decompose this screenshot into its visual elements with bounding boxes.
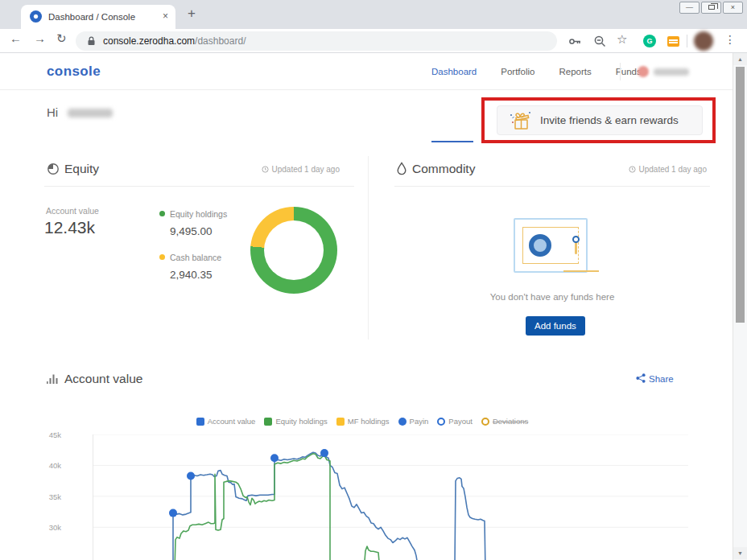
- url-path: /dashboard/: [195, 35, 246, 47]
- legend-swatch-icon: [336, 418, 345, 426]
- holding-label: Cash balance: [170, 253, 221, 262]
- safe-accent-line: [563, 270, 599, 272]
- close-window-button[interactable]: ×: [723, 2, 743, 14]
- legend-label: Payout: [448, 417, 473, 426]
- pie-chart-icon: [47, 163, 60, 175]
- share-button[interactable]: Share: [636, 373, 674, 384]
- legend-item-payout[interactable]: Payout: [437, 417, 473, 426]
- invite-friends-button[interactable]: Invite friends & earn rewards: [497, 105, 703, 135]
- user-id-blurred[interactable]: [654, 68, 689, 76]
- commodity-divider: [394, 186, 710, 187]
- scrollbar-thumb[interactable]: [736, 67, 745, 323]
- active-tab-underline: [431, 141, 473, 142]
- chart-title: Account value: [64, 372, 142, 386]
- y-axis-tick: 45k: [32, 430, 61, 439]
- url-text: console.zerodha.com/dashboard/: [103, 35, 246, 47]
- holding-item: Cash balance2,940.35: [159, 249, 227, 281]
- header-divider: [620, 63, 621, 80]
- legend-item-mf-holdings[interactable]: MF holdings: [336, 417, 390, 426]
- section-vertical-divider: [368, 156, 369, 340]
- back-icon[interactable]: ←: [10, 31, 22, 45]
- console-logo[interactable]: console: [47, 64, 101, 80]
- toolbar-divider: [687, 35, 687, 47]
- invite-friends-label: Invite friends & earn rewards: [540, 114, 679, 126]
- legend-item-deviations[interactable]: Deviations: [481, 417, 528, 426]
- equity-holdings-list: Equity holdings9,495.00Cash balance2,940…: [159, 206, 227, 293]
- safe-key-head: [572, 236, 580, 243]
- grammarly-extension-icon[interactable]: G: [643, 35, 656, 47]
- holding-label: Equity holdings: [170, 209, 227, 219]
- url-domain: console.zerodha.com: [103, 35, 195, 47]
- greeting-name-blurred: [68, 109, 113, 117]
- account-value-label: Account value: [46, 206, 99, 216]
- console-header: console DashboardPortfolioReportsFunds: [0, 53, 733, 90]
- share-icon: [636, 373, 646, 383]
- chart-legend: Account valueEquity holdingsMF holdingsP…: [68, 417, 656, 426]
- tab-strip: — × Dashboard / Console × +: [0, 0, 747, 29]
- bar-chart-icon: [47, 373, 59, 385]
- nav-reports[interactable]: Reports: [559, 67, 591, 76]
- nav-portfolio[interactable]: Portfolio: [501, 67, 534, 76]
- forward-icon[interactable]: →: [34, 31, 46, 45]
- legend-label: Payin: [410, 417, 429, 426]
- new-tab-button[interactable]: +: [188, 6, 196, 22]
- reload-icon[interactable]: ↻: [56, 31, 67, 46]
- legend-swatch-icon: [481, 418, 489, 426]
- account-value-line-chart[interactable]: [93, 434, 688, 560]
- browser-tab[interactable]: Dashboard / Console ×: [21, 5, 175, 29]
- holding-item: Equity holdings9,495.00: [159, 206, 227, 237]
- share-label: Share: [649, 374, 674, 384]
- window-controls: — ×: [679, 2, 743, 14]
- orange-extension-icon[interactable]: [667, 36, 679, 47]
- legend-item-account-value[interactable]: Account value: [196, 417, 256, 426]
- nav-dashboard[interactable]: Dashboard: [431, 67, 477, 76]
- y-axis-tick: 35k: [32, 492, 61, 501]
- url-field[interactable]: console.zerodha.com/dashboard/: [76, 31, 557, 51]
- legend-item-payin[interactable]: Payin: [398, 417, 429, 426]
- clock-icon: [629, 166, 636, 173]
- clock-icon: [262, 166, 269, 173]
- payin-marker[interactable]: [270, 454, 279, 462]
- legend-item-equity-holdings[interactable]: Equity holdings: [264, 417, 327, 426]
- scroll-up-icon[interactable]: ▲: [733, 53, 747, 65]
- legend-label: MF holdings: [348, 417, 390, 426]
- key-icon[interactable]: [568, 35, 582, 48]
- add-funds-button[interactable]: Add funds: [526, 316, 585, 336]
- tab-title: Dashboard / Console: [48, 12, 135, 22]
- legend-swatch-icon: [437, 418, 445, 426]
- y-axis-tick: 30k: [32, 523, 61, 532]
- page-scrollbar[interactable]: ▲ ▼: [733, 53, 747, 560]
- droplet-icon: [395, 162, 408, 175]
- minimize-button[interactable]: —: [679, 2, 700, 14]
- console-favicon-icon: [30, 10, 42, 23]
- payin-marker[interactable]: [169, 509, 177, 517]
- payin-marker[interactable]: [320, 449, 328, 457]
- equity-donut-chart: [250, 207, 337, 294]
- no-funds-text: You don't have any funds here: [394, 292, 710, 302]
- user-avatar[interactable]: [638, 66, 649, 77]
- legend-label: Account value: [208, 417, 256, 426]
- series-equity-holdings: [175, 454, 380, 560]
- safe-dial: [529, 234, 551, 257]
- equity-divider: [44, 186, 354, 187]
- restore-button[interactable]: [701, 2, 721, 14]
- tab-close-icon[interactable]: ×: [163, 10, 168, 22]
- holding-value: 9,495.00: [170, 225, 227, 237]
- browser-window: — × Dashboard / Console × + ← → ↻ consol…: [0, 0, 747, 560]
- legend-label: Equity holdings: [275, 417, 327, 426]
- commodity-title: Commodity: [412, 162, 475, 176]
- browser-menu-icon[interactable]: ⋮: [724, 33, 736, 46]
- main-nav: DashboardPortfolioReportsFunds: [431, 53, 642, 90]
- donut-hole: [264, 220, 324, 280]
- scroll-down-icon[interactable]: ▼: [733, 547, 747, 559]
- legend-swatch-icon: [398, 418, 407, 426]
- holding-dot-icon: [159, 254, 165, 260]
- bookmark-star-icon[interactable]: ☆: [617, 32, 627, 47]
- account-value-number: 12.43k: [44, 218, 95, 237]
- legend-swatch-icon: [196, 418, 204, 426]
- payin-marker[interactable]: [187, 472, 195, 480]
- browser-profile-avatar[interactable]: [694, 31, 713, 51]
- address-bar: ← → ↻ console.zerodha.com/dashboard/ ☆ G…: [0, 29, 747, 53]
- equity-title: Equity: [64, 162, 99, 176]
- zoom-icon[interactable]: [593, 35, 607, 48]
